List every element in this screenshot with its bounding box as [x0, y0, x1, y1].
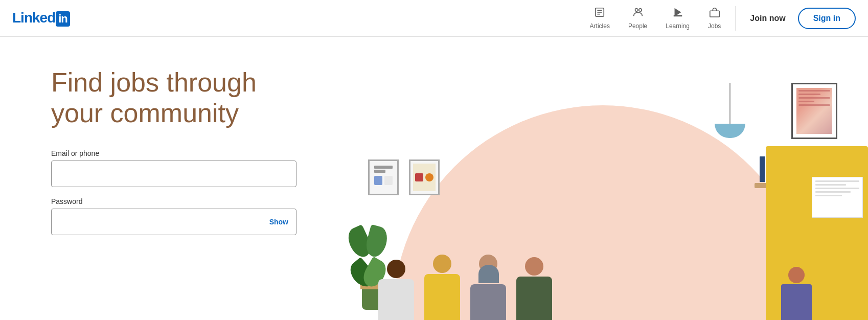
person-3-headscarf: [478, 265, 499, 283]
paper-line-3: [815, 188, 859, 189]
person-2-head: [433, 255, 451, 273]
password-input[interactable]: [51, 209, 296, 235]
nav-item-people[interactable]: People: [620, 3, 655, 34]
paper-line-2: [815, 184, 846, 186]
frame-1-inner: [372, 164, 395, 191]
svg-rect-7: [673, 15, 682, 17]
desk-person-body: [781, 284, 812, 320]
password-label: Password: [51, 197, 307, 205]
frame-bar-1: [374, 166, 393, 169]
nav-item-jobs[interactable]: Jobs: [700, 3, 729, 34]
person-4-head: [525, 257, 543, 276]
desk-person-head: [788, 267, 805, 283]
frame-2: [409, 159, 440, 195]
header: Linkedin Articles: [0, 0, 868, 37]
learning-label: Learning: [666, 22, 690, 30]
headline: Find jobs through your community: [51, 67, 307, 129]
right-panel: [337, 37, 868, 320]
nav-item-articles[interactable]: Articles: [582, 3, 618, 34]
main-nav: Articles People Learning: [582, 3, 856, 34]
people-label: People: [628, 22, 647, 30]
join-now-button[interactable]: Join now: [742, 10, 793, 27]
art-line-1: [798, 90, 830, 92]
wall-art-inner: [796, 88, 832, 134]
book-1: [760, 156, 765, 182]
frame-swatch-1: [374, 176, 382, 185]
paper-line-5: [815, 195, 842, 196]
nav-item-learning[interactable]: Learning: [657, 3, 698, 34]
password-wrapper: Show: [51, 209, 296, 235]
person-2: [424, 255, 460, 320]
nav-divider: [735, 6, 736, 31]
frame-red-sq: [415, 173, 423, 181]
person-1-body: [378, 279, 414, 320]
person-3: [470, 255, 506, 320]
people-icon: [632, 7, 644, 20]
wall-frames: [368, 159, 440, 195]
art-line-3: [798, 97, 830, 99]
email-label: Email or phone: [51, 149, 307, 157]
frame-orange-circle: [425, 173, 433, 181]
person-4: [516, 257, 552, 320]
people-illustration: [378, 255, 776, 320]
frame-swatch-2: [384, 176, 393, 185]
paper-line-1: [815, 180, 859, 182]
logo-text: Linkedin: [12, 10, 70, 27]
art-line-2: [798, 94, 820, 95]
jobs-label: Jobs: [708, 22, 721, 30]
learning-icon: [672, 7, 683, 20]
frame-bar-2: [374, 170, 385, 173]
person-1-head: [387, 260, 405, 278]
nav-actions: Join now Sign in: [742, 8, 856, 29]
desk-person: [781, 267, 812, 320]
password-group: Password Show: [51, 197, 307, 235]
svg-point-4: [635, 9, 638, 12]
svg-point-5: [638, 9, 642, 12]
person-1: [378, 260, 414, 320]
logo-in-box: in: [56, 11, 70, 27]
lamp-illustration: [715, 83, 745, 138]
person-4-body: [516, 277, 552, 320]
lamp-shade: [715, 124, 745, 138]
logo[interactable]: Linkedin: [12, 10, 70, 27]
email-group: Email or phone: [51, 149, 307, 187]
left-panel: Find jobs through your community Email o…: [0, 37, 337, 320]
yellow-wall: [766, 146, 868, 320]
art-line-4: [798, 101, 814, 102]
art-line-5: [798, 104, 830, 106]
sign-in-button[interactable]: Sign in: [798, 8, 856, 29]
svg-rect-8: [710, 11, 719, 17]
frame-2-inner: [413, 164, 436, 191]
articles-label: Articles: [590, 22, 610, 30]
lamp-cord: [729, 83, 730, 124]
wall-art-right: [791, 83, 837, 139]
main-content: Find jobs through your community Email o…: [0, 37, 868, 320]
frame-2-content: [415, 173, 433, 181]
email-input[interactable]: [51, 161, 296, 187]
logo-word: Linked: [12, 10, 55, 26]
paper-line-4: [815, 191, 851, 193]
person-3-body: [470, 284, 506, 320]
show-password-button[interactable]: Show: [269, 218, 288, 226]
frame-1: [368, 159, 399, 195]
person-2-body: [424, 274, 460, 320]
jobs-icon: [709, 7, 720, 20]
articles-icon: [594, 7, 605, 20]
desk-paper: [812, 177, 863, 218]
